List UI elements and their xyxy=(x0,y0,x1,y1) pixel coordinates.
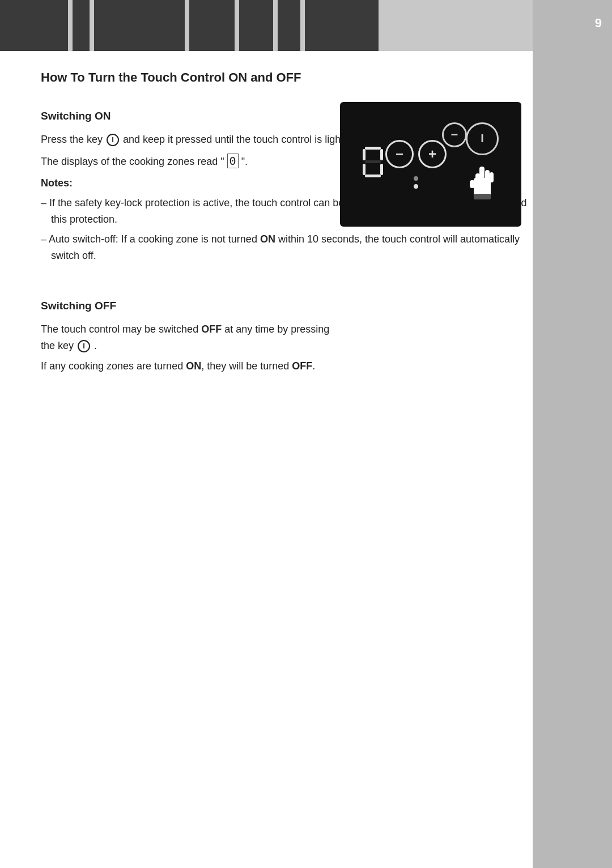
power-icon-inline-2: I xyxy=(78,340,90,352)
off-para1-before: The touch control may be switched xyxy=(41,324,201,335)
right-sidebar: 9 xyxy=(533,0,612,868)
header-squares xyxy=(0,0,521,51)
seg-bl xyxy=(363,164,366,175)
seg-top xyxy=(365,147,381,150)
control-panel: − + − I xyxy=(340,102,521,227)
off-label: OFF xyxy=(201,324,222,335)
page-number: 9 xyxy=(533,16,602,31)
hand-pointer-icon xyxy=(468,162,496,207)
panel-col-buttons: − + xyxy=(385,140,447,189)
display-char-inline: 0 xyxy=(227,154,239,168)
minus-top-button: − xyxy=(442,122,467,147)
svg-rect-1 xyxy=(479,167,484,181)
header-square-1 xyxy=(0,0,68,51)
para2-text-after: ". xyxy=(239,156,248,167)
panel-col-power: I xyxy=(466,122,499,207)
power-button: I xyxy=(466,122,499,155)
seg-tr xyxy=(380,149,383,160)
svg-rect-2 xyxy=(485,170,490,181)
svg-rect-6 xyxy=(474,194,491,199)
seven-segment-display xyxy=(363,147,383,177)
minus-button: − xyxy=(385,140,414,168)
dot-2 xyxy=(414,184,418,189)
minus-plus-row: − + xyxy=(385,140,447,168)
switching-off-title: Switching OFF xyxy=(41,297,528,314)
off-para2-mid: , they will be turned xyxy=(201,360,292,372)
seg-bot xyxy=(365,175,381,177)
hand-svg xyxy=(468,162,496,202)
dot-1 xyxy=(414,176,418,181)
para2-text-before: The displays of the cooking zones read " xyxy=(41,156,227,167)
off-label-2: OFF xyxy=(292,360,312,372)
header-square-2 xyxy=(73,0,90,51)
switching-off-para2: If any cooking zones are turned ON, they… xyxy=(41,358,528,375)
header-square-7 xyxy=(305,0,379,51)
para1-text-after: and keep it pressed until the touch cont… xyxy=(120,134,358,145)
seg-br xyxy=(380,164,383,175)
top-minus-btn: − xyxy=(442,122,467,147)
switching-off-section: Switching OFF The touch control may be s… xyxy=(41,297,528,375)
header-square-4 xyxy=(189,0,235,51)
para1-text-before: Press the key xyxy=(41,134,105,145)
seg-tl xyxy=(363,149,366,160)
panel-col-display xyxy=(363,147,383,182)
indicator-dots xyxy=(414,176,418,189)
header-square-5 xyxy=(239,0,273,51)
header-bar xyxy=(0,0,612,51)
svg-rect-3 xyxy=(490,172,494,182)
off-para1-end: . xyxy=(91,340,97,351)
off-para2-before: If any cooking zones are turned xyxy=(41,360,186,372)
panel-inner: − + − I xyxy=(354,113,508,215)
header-square-6 xyxy=(278,0,300,51)
switching-off-para1: The touch control may be switched OFF at… xyxy=(41,321,528,354)
header-square-3 xyxy=(94,0,185,51)
seg-mid xyxy=(365,160,381,163)
off-para2-end: . xyxy=(312,360,315,372)
note-2: – Auto switch-off: If a cooking zone is … xyxy=(41,231,528,264)
svg-rect-5 xyxy=(475,173,480,184)
main-title: How To Turn the Touch Control ON and OFF xyxy=(41,68,528,87)
on-label-2: ON xyxy=(186,360,201,372)
power-icon-inline: I xyxy=(107,134,119,146)
svg-rect-4 xyxy=(470,180,475,188)
